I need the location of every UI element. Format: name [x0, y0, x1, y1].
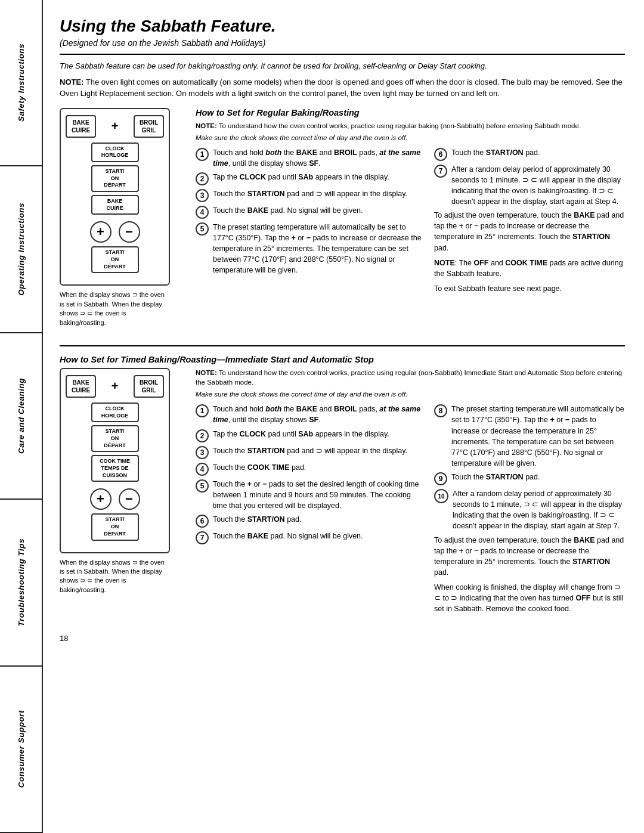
step-num-1-2: 2	[196, 172, 209, 185]
step-text-1-2: Tap the CLOCK pad until SAb appears in t…	[213, 172, 425, 182]
sidebar: Safety Instructions Operating Instructio…	[0, 0, 43, 833]
plus-icon-1: +	[112, 119, 119, 133]
sidebar-section-consumer: Consumer Support	[0, 667, 42, 833]
cook-label-2: COOK TIME	[98, 458, 132, 465]
bake-label-2: BAKE	[72, 379, 90, 386]
intro-note-text: The oven light comes on automatically (o…	[60, 78, 623, 98]
step-num-1-3: 3	[196, 189, 209, 202]
clock-pad-1: CLOCK HORLOGE	[91, 143, 139, 162]
intro-italic-span: The Sabbath feature can be used for baki…	[60, 61, 487, 70]
title-divider	[60, 54, 625, 55]
intro-note-bold: NOTE:	[60, 78, 83, 86]
section1-right: How to Set for Regular Baking/Roasting N…	[196, 108, 625, 327]
horloge-label-2: HORLOGE	[98, 413, 132, 420]
main-content: Using the Sabbath Feature. (Designed for…	[43, 0, 644, 833]
step-num-2-2: 2	[196, 429, 209, 442]
start-label-2: START/	[98, 428, 132, 435]
clock-label-2: CLOCK	[98, 405, 132, 413]
step-2-1: 1 Touch and hold both the BAKE and BROIL…	[196, 404, 425, 425]
step-text-1-5: The preset starting temperature will aut…	[213, 222, 425, 276]
section1-note-italic: Make sure the clock shows the correct ti…	[196, 133, 625, 143]
intro-italic-text: The Sabbath feature can be used for baki…	[60, 61, 625, 72]
section1-exit: To exit Sabbath feature see next page.	[434, 283, 625, 294]
sidebar-label-care: Care and Cleaning	[17, 378, 26, 454]
step-text-2-7: Touch the BAKE pad. No signal will be gi…	[213, 531, 425, 541]
minus-button-2[interactable]: −	[119, 488, 140, 510]
cuire-label-1: CUIRE	[72, 126, 90, 134]
clock-pad-2: CLOCK HORLOGE	[91, 402, 139, 422]
on-label-2: ON	[98, 435, 132, 442]
plus-button-2[interactable]: +	[90, 488, 112, 510]
step-text-1-1: Touch and hold both the BAKE and BROIL p…	[213, 147, 425, 169]
horloge-label-1: HORLOGE	[98, 152, 132, 159]
on-label-1: ON	[98, 175, 132, 182]
step-1-7: 7 After a random delay period of approxi…	[434, 164, 625, 208]
step-num-1-1: 1	[196, 148, 209, 161]
step-num-1-7: 7	[434, 165, 447, 178]
section1-steps-right: 6 Touch the START/ON pad. 7 After a rand…	[434, 147, 625, 298]
step-2-10: 10 After a random delay period of approx…	[434, 488, 625, 532]
section2-two-col: 1 Touch and hold both the BAKE and BROIL…	[196, 404, 625, 618]
start2-pad-2: START/ ON DÉPART	[91, 513, 139, 540]
step-num-1-5: 5	[196, 222, 209, 236]
oven-caption-1: When the display shows ⊃ the oven is set…	[60, 290, 170, 327]
step-2-2: 2 Tap the CLOCK pad until SAb appears in…	[196, 429, 425, 442]
on2-label-2: ON	[98, 524, 132, 531]
step-2-5: 5 Touch the + or − pads to set the desir…	[196, 479, 425, 511]
plus-button-1[interactable]: +	[90, 221, 112, 243]
step-2-6: 6 Touch the START/ON pad.	[196, 514, 425, 528]
section2-note-text: To understand how the oven control works…	[196, 369, 622, 386]
oven-plus-minus-2: + −	[86, 488, 144, 510]
depart-label-1: DÉPART	[98, 182, 132, 189]
section1-note-bold: NOTE:	[196, 122, 217, 129]
gril-label-2: GRIL	[140, 386, 158, 394]
step-num-2-7: 7	[196, 531, 209, 544]
step-num-2-8: 8	[434, 404, 447, 417]
sidebar-section-safety: Safety Instructions	[0, 0, 42, 166]
start2-label-2: START/	[98, 516, 132, 524]
step-text-2-1: Touch and hold both the BAKE and BROIL p…	[213, 404, 425, 425]
gril-label-1: GRIL	[140, 126, 158, 134]
steps-list-1: 1 Touch and hold both the BAKE and BROIL…	[196, 147, 425, 276]
step-text-1-3: Touch the START/ON pad and ⊃ will appear…	[213, 188, 425, 199]
oven-diagram-1: BAKE CUIRE + BROIL GRIL CLOCK HORLOGE	[60, 108, 170, 286]
bake-label-1: BAKE	[72, 119, 90, 126]
section1-note: NOTE: To understand how the oven control…	[196, 121, 625, 131]
cook-time-pad-2: COOK TIME TEMPS DE CUISSON	[91, 455, 139, 482]
step-num-2-10: 10	[434, 489, 448, 503]
sidebar-section-care: Care and Cleaning	[0, 333, 42, 500]
oven-top-row-1: BAKE CUIRE + BROIL GRIL	[66, 115, 164, 138]
sidebar-label-consumer: Consumer Support	[17, 710, 26, 788]
step-1-1: 1 Touch and hold both the BAKE and BROIL…	[196, 147, 425, 169]
step-2-8: 8 The preset starting temperature will a…	[434, 404, 625, 469]
step-text-2-4: Touch the COOK TIME pad.	[213, 462, 425, 473]
section2-note: NOTE: To understand how the oven control…	[196, 368, 625, 387]
step-1-2: 2 Tap the CLOCK pad until SAb appears in…	[196, 172, 425, 185]
start-pad-2: START/ ON DÉPART	[91, 425, 139, 452]
step-text-2-8: The preset starting temperature will aut…	[451, 404, 625, 469]
section1-adjust: To adjust the oven temperature, touch th…	[434, 210, 625, 253]
step-2-3: 3 Touch the START/ON pad and ⊃ will appe…	[196, 445, 425, 459]
section2-note-bold: NOTE:	[196, 369, 217, 376]
step-num-2-4: 4	[196, 463, 209, 476]
minus-button-1[interactable]: −	[119, 221, 140, 243]
broil-label-2: BROIL	[140, 379, 158, 386]
step-2-4: 4 Touch the COOK TIME pad.	[196, 462, 425, 476]
oven-middle-1: CLOCK HORLOGE START/ ON DÉPART BAKE CUIR…	[66, 143, 164, 277]
step-text-2-2: Tap the CLOCK pad until SAb appears in t…	[213, 429, 425, 439]
section1-two-col: 1 Touch and hold both the BAKE and BROIL…	[196, 147, 625, 298]
section1-steps-left: 1 Touch and hold both the BAKE and BROIL…	[196, 147, 425, 298]
step-2-9: 9 Touch the START/ON pad.	[434, 472, 625, 485]
page-subtitle: (Designed for use on the Jewish Sabbath …	[60, 38, 625, 48]
section1-heading: How to Set for Regular Baking/Roasting	[196, 108, 625, 117]
depart2-label-2: DÉPART	[98, 531, 132, 538]
section2-finish: When cooking is finished, the display wi…	[434, 582, 625, 614]
oven-caption-2: When the display shows ⊃ the oven is set…	[60, 558, 170, 595]
cuire-label-2: CUIRE	[72, 386, 90, 394]
sidebar-label-troubleshooting: Troubleshooting Tips	[17, 538, 26, 627]
page-number: 18	[60, 634, 625, 643]
oven-top-row-2: BAKE CUIRE + BROIL GRIL	[66, 375, 164, 398]
depart-label-2: DÉPART	[98, 442, 132, 450]
sidebar-section-troubleshooting: Troubleshooting Tips	[0, 500, 42, 666]
step-text-2-5: Touch the + or − pads to set the desired…	[213, 479, 425, 511]
